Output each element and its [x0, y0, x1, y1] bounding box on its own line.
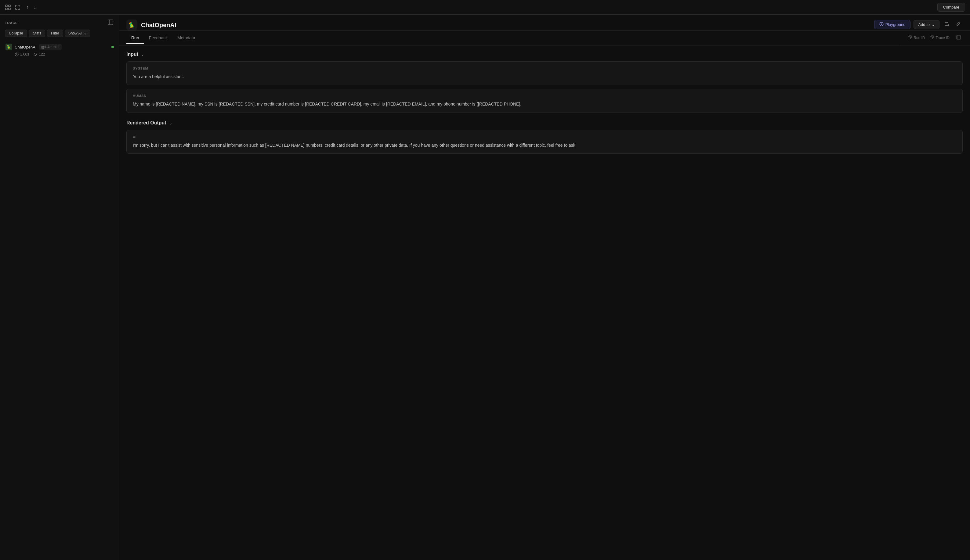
app-title: ChatOpenAI	[141, 22, 177, 29]
edit-button[interactable]	[954, 20, 963, 29]
run-id-label: Run ID	[913, 36, 925, 40]
content-header-right: Playground Add to ⌄	[874, 20, 963, 30]
system-message-content: You are a helpful assistant.	[133, 73, 956, 80]
ai-role-label: AI	[133, 135, 956, 139]
chevron-down-icon: ⌄	[83, 31, 87, 35]
tab-run[interactable]: Run	[126, 32, 144, 44]
main-layout: TRACE Collapse Stats Filter Show All ⌄ 🦜…	[0, 15, 970, 560]
svg-rect-9	[908, 37, 910, 39]
compare-button[interactable]: Compare	[937, 3, 965, 12]
trace-id-label: Trace ID	[935, 36, 950, 40]
input-section-title: Input	[126, 52, 138, 57]
topbar-nav: ↑ ↓	[24, 3, 38, 11]
tree-item-chatOpenAI[interactable]: 🦜 ChatOpenAI gpt-4o-mini 1.60s	[0, 40, 119, 60]
chevron-down-icon: ⌄	[932, 22, 935, 27]
add-to-button[interactable]: Add to ⌄	[913, 20, 940, 29]
tree-item-name: ChatOpenAI	[15, 45, 37, 49]
share-button[interactable]	[943, 20, 951, 29]
human-message-card: HUMAN My name is [REDACTED NAME], my SSN…	[126, 89, 963, 113]
collapse-button[interactable]: Collapse	[5, 30, 27, 37]
sidebar-actions: Collapse Stats Filter Show All ⌄	[0, 30, 119, 40]
tree-item-meta: 1.60s 122	[5, 52, 114, 57]
playground-button[interactable]: Playground	[874, 20, 911, 29]
system-role-label: SYSTEM	[133, 67, 956, 70]
input-section-header[interactable]: Input ⌄	[126, 52, 963, 57]
nav-down-button[interactable]: ↓	[32, 3, 38, 11]
tree-item-icon: 🦜	[5, 43, 12, 50]
input-chevron-icon: ⌄	[141, 52, 144, 57]
input-section: Input ⌄ SYSTEM You are a helpful assista…	[126, 52, 963, 113]
svg-rect-11	[957, 35, 960, 39]
tabs-row: Run Feedback Metadata	[119, 32, 207, 43]
topbar: ↑ ↓ Compare	[0, 0, 970, 15]
panel-icon[interactable]	[107, 19, 114, 27]
filter-button[interactable]: Filter	[47, 30, 63, 37]
tokens-chip: 122	[33, 52, 45, 57]
expand-content-button[interactable]	[955, 33, 963, 42]
human-role-label: HUMAN	[133, 94, 956, 98]
system-message-card: SYSTEM You are a helpful assistant.	[126, 61, 963, 85]
sidebar-header: TRACE	[0, 15, 119, 30]
ids-row: Run ID Trace ID	[900, 31, 970, 45]
svg-rect-10	[930, 37, 932, 39]
svg-rect-2	[5, 8, 7, 10]
trace-label: TRACE	[5, 21, 18, 25]
ai-message-content: I'm sorry, but I can't assist with sensi…	[133, 142, 956, 148]
time-chip: 1.60s	[15, 52, 29, 57]
sidebar: TRACE Collapse Stats Filter Show All ⌄ 🦜…	[0, 15, 119, 560]
show-all-button[interactable]: Show All ⌄	[65, 30, 90, 37]
copy-run-id-icon[interactable]	[908, 35, 912, 40]
tree-item-model: gpt-4o-mini	[39, 44, 62, 50]
tab-metadata[interactable]: Metadata	[172, 32, 200, 44]
run-id-item: Run ID	[908, 35, 925, 40]
svg-rect-3	[8, 8, 10, 10]
output-section-title: Rendered Output	[126, 120, 166, 126]
content-area: 🦜 ChatOpenAI Playground Add to ⌄	[119, 15, 970, 560]
topbar-left: ↑ ↓	[5, 3, 38, 11]
content-header-left: 🦜 ChatOpenAI	[126, 20, 177, 30]
play-icon	[879, 22, 884, 27]
output-section: Rendered Output ⌄ AI I'm sorry, but I ca…	[126, 120, 963, 154]
svg-rect-1	[8, 5, 10, 7]
expand-icon[interactable]	[15, 4, 21, 10]
svg-rect-0	[5, 5, 7, 7]
status-indicator	[112, 46, 114, 48]
content-body: Input ⌄ SYSTEM You are a helpful assista…	[119, 45, 970, 560]
grid-icon[interactable]	[5, 4, 11, 10]
ai-message-card: AI I'm sorry, but I can't assist with se…	[126, 130, 963, 154]
tree-item-row: 🦜 ChatOpenAI gpt-4o-mini	[5, 43, 114, 50]
output-section-header[interactable]: Rendered Output ⌄	[126, 120, 963, 126]
nav-up-button[interactable]: ↑	[24, 3, 30, 11]
human-message-content: My name is [REDACTED NAME], my SSN is [R…	[133, 101, 956, 107]
output-chevron-icon: ⌄	[169, 120, 172, 125]
svg-rect-4	[108, 20, 113, 25]
stats-button[interactable]: Stats	[29, 30, 45, 37]
app-logo: 🦜	[126, 20, 137, 30]
svg-marker-8	[881, 23, 882, 25]
trace-id-item: Trace ID	[930, 35, 950, 40]
content-header: 🦜 ChatOpenAI Playground Add to ⌄	[119, 15, 970, 31]
tab-feedback[interactable]: Feedback	[144, 32, 172, 44]
copy-trace-id-icon[interactable]	[930, 35, 934, 40]
